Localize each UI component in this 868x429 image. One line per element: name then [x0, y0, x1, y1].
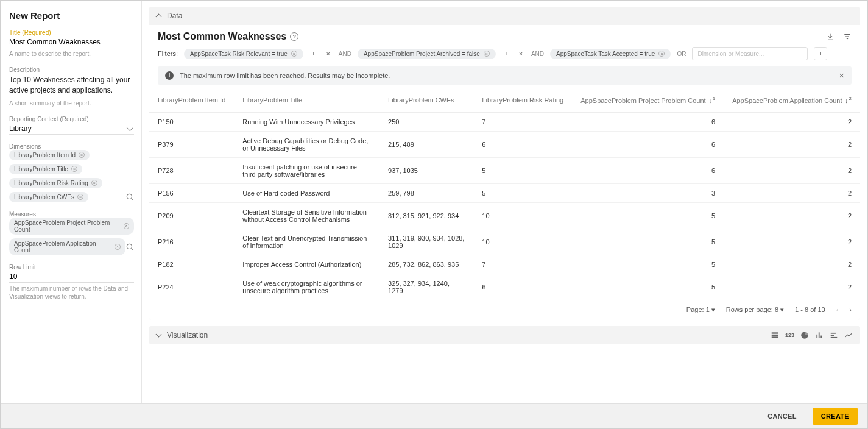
context-value: Library [9, 124, 32, 133]
remove-chip-icon[interactable]: × [79, 152, 85, 158]
pie-chart-icon[interactable] [800, 331, 809, 339]
measure-chip[interactable]: AppSpaceProblem Application Count × [9, 238, 125, 255]
remove-filter-icon[interactable]: × [484, 51, 490, 57]
main: Data Most Common Weaknesses ? [142, 1, 867, 403]
number-view-icon[interactable]: 123 [785, 332, 794, 338]
alert-banner: i The maximum row limit has been reached… [158, 66, 852, 85]
rows-per-page-select[interactable]: 8 ▾ [775, 306, 784, 313]
svg-point-2 [127, 244, 132, 249]
dimensions-label: Dimensions [9, 143, 134, 150]
table-row[interactable]: P209Cleartext Storage of Sensitive Infor… [149, 202, 860, 229]
logic-and: AND [531, 51, 544, 57]
table-row[interactable]: P182Improper Access Control (Authorizati… [149, 255, 860, 274]
data-panel: Data Most Common Weaknesses ? [149, 7, 860, 320]
table-row[interactable]: P728Insufficient patching or use of inse… [149, 157, 860, 183]
filter-list-icon[interactable] [843, 32, 852, 41]
add-filter-icon[interactable]: + [502, 50, 510, 57]
remove-chip-icon[interactable]: × [77, 194, 83, 200]
table-row[interactable]: P156Use of Hard coded Password259, 79853… [149, 183, 860, 202]
measure-chip[interactable]: AppSpaceProblem Project Problem Count × [9, 218, 134, 235]
table-row[interactable]: P379Active Debug Capabilities or Debug C… [149, 131, 860, 157]
remove-chip-icon[interactable]: × [115, 244, 121, 250]
search-icon[interactable] [125, 243, 134, 251]
add-filter-icon[interactable]: + [309, 50, 318, 57]
chevron-up-icon [156, 14, 162, 20]
help-icon[interactable]: ? [290, 32, 298, 41]
filter-search-input[interactable]: Dimension or Measure... [692, 47, 808, 60]
svg-rect-9 [772, 336, 778, 338]
bar-chart-icon[interactable] [815, 331, 824, 339]
chevron-down-icon [127, 124, 133, 131]
visualization-panel-title: Visualization [167, 331, 208, 339]
col-header-sort-1[interactable]: AppSpaceProblem Project Problem Count↓1 [572, 88, 724, 112]
dimension-chip[interactable]: LibraryProblem Risk Rating × [9, 178, 102, 188]
svg-rect-13 [831, 333, 836, 334]
svg-rect-14 [831, 335, 834, 336]
remove-filter-icon[interactable]: × [658, 51, 665, 57]
title-input[interactable] [9, 36, 134, 48]
table-view-icon[interactable] [771, 331, 779, 339]
remove-chip-icon[interactable]: × [91, 180, 97, 186]
table-row[interactable]: P224Use of weak cryptographic algorithms… [149, 274, 860, 300]
col-header[interactable]: LibraryProblem Title [234, 88, 379, 112]
col-header[interactable]: LibraryProblem CWEs [379, 88, 473, 112]
description-label: Description [9, 66, 134, 73]
line-chart-icon[interactable] [844, 331, 853, 339]
title-helper: A name to describe the report. [9, 50, 134, 58]
download-icon[interactable] [826, 32, 834, 41]
clear-filter-icon[interactable]: × [517, 50, 525, 57]
col-header[interactable]: LibraryProblem Item Id [149, 88, 234, 112]
next-page-icon[interactable]: › [849, 306, 852, 313]
horizontal-bar-icon[interactable] [830, 331, 838, 339]
logic-and: AND [339, 51, 351, 57]
svg-rect-11 [819, 332, 820, 338]
remove-filter-icon[interactable]: × [291, 51, 297, 57]
add-filter-group-icon[interactable]: + [814, 47, 827, 60]
page-range: 1 - 8 of 10 [795, 306, 825, 313]
filter-pill[interactable]: AppSpaceTask Task Accepted = true × [550, 49, 671, 59]
svg-rect-15 [831, 337, 838, 338]
data-panel-toggle[interactable]: Data [149, 7, 860, 25]
filter-pill[interactable]: AppSpaceProblem Project Archived = false… [358, 49, 496, 59]
context-select[interactable]: Library [9, 122, 134, 135]
col-header[interactable]: LibraryProblem Risk Rating [473, 88, 572, 112]
title-field-label: Title (Required) [9, 29, 134, 36]
dimension-chip[interactable]: LibraryProblem CWEs × [9, 192, 88, 202]
rowlimit-input[interactable] [9, 271, 134, 283]
dimension-chip[interactable]: LibraryProblem Item Id × [9, 150, 90, 160]
filters-label: Filters: [158, 50, 178, 57]
report-title: Most Common Weaknesses [158, 31, 286, 42]
filter-pill[interactable]: AppSpaceTask Risk Relevant = true × [184, 49, 303, 59]
chevron-down-icon[interactable] [156, 332, 162, 338]
data-panel-title: Data [167, 12, 182, 20]
clear-filter-icon[interactable]: × [324, 50, 333, 57]
visualization-panel: Visualization 123 [149, 326, 860, 344]
table-row[interactable]: P216Clear Text and Unencrypted Transmiss… [149, 229, 860, 255]
close-alert-icon[interactable]: ✕ [839, 72, 844, 80]
alert-text: The maximum row limit has been reached. … [180, 72, 390, 79]
pager: Page: 1 ▾ Rows per page: 8 ▾ 1 - 8 of 10… [149, 300, 860, 320]
dimension-chip[interactable]: LibraryProblem Title × [9, 164, 82, 174]
description-helper: A short summary of the report. [9, 99, 134, 107]
remove-chip-icon[interactable]: × [124, 223, 129, 229]
sidebar: New Report Title (Required) A name to de… [1, 1, 142, 403]
svg-line-1 [132, 199, 133, 200]
remove-chip-icon[interactable]: × [71, 166, 77, 172]
col-header-sort-2[interactable]: AppSpaceProblem Application Count↓2 [724, 88, 860, 112]
svg-line-3 [132, 248, 133, 250]
data-table: LibraryProblem Item Id LibraryProblem Ti… [149, 88, 860, 300]
info-icon: i [165, 71, 174, 80]
context-label: Reporting Context (Required) [9, 116, 134, 122]
search-icon[interactable] [125, 193, 134, 201]
measures-label: Measures [9, 211, 134, 218]
description-text[interactable]: Top 10 Weaknesses affecting all your act… [9, 73, 134, 98]
rowlimit-label: Row Limit [9, 264, 134, 271]
cancel-button[interactable]: CANCEL [759, 408, 805, 425]
prev-page-icon[interactable]: ‹ [836, 306, 839, 313]
page-select[interactable]: 1 ▾ [706, 306, 715, 313]
table-row[interactable]: P150Running With Unnecessary Privileges2… [149, 112, 860, 131]
svg-point-0 [127, 194, 132, 199]
svg-rect-10 [816, 334, 817, 338]
logic-or: OR [677, 51, 686, 57]
create-button[interactable]: CREATE [813, 408, 858, 425]
